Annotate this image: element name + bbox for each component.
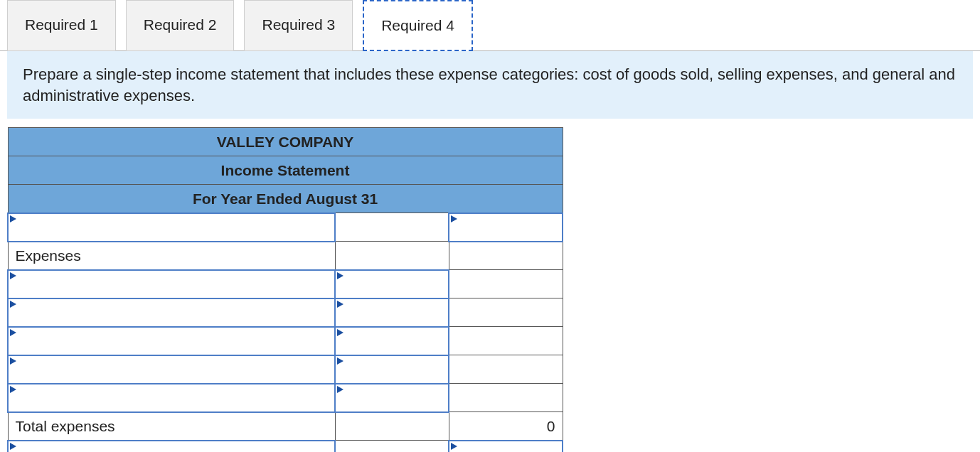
instruction-banner: Prepare a single-step income statement t… — [7, 51, 973, 119]
netincome-amount[interactable] — [449, 441, 563, 452]
tab-required-1[interactable]: Required 1 — [7, 0, 116, 51]
expense1-account-select[interactable] — [8, 270, 335, 298]
expense2-amount[interactable] — [335, 298, 449, 327]
expense1-amount[interactable] — [335, 270, 449, 298]
expense5-amount[interactable] — [335, 384, 449, 412]
total-expenses-b — [335, 412, 449, 441]
expense4-account-select[interactable] — [8, 355, 335, 384]
row1-amount-b — [335, 213, 449, 242]
expenses-b — [335, 242, 449, 270]
tab-required-3[interactable]: Required 3 — [244, 0, 353, 51]
tab-required-2[interactable]: Required 2 — [126, 0, 235, 51]
row1-amount-c[interactable] — [449, 213, 563, 242]
netincome-b — [335, 441, 449, 452]
header-period: For Year Ended August 31 — [8, 185, 563, 213]
expense4-c — [449, 355, 563, 384]
expense3-c — [449, 327, 563, 355]
expenses-label: Expenses — [8, 242, 335, 270]
total-expenses-label: Total expenses — [8, 412, 335, 441]
expense3-amount[interactable] — [335, 327, 449, 355]
header-title: Income Statement — [8, 156, 563, 185]
expense2-account-select[interactable] — [8, 298, 335, 327]
total-expenses-value: 0 — [449, 412, 563, 441]
income-statement-table: VALLEY COMPANY Income Statement For Year… — [7, 127, 563, 452]
tab-bar: Required 1 Required 2 Required 3 Require… — [0, 0, 980, 51]
row1-account-select[interactable] — [8, 213, 335, 242]
expense1-c — [449, 270, 563, 298]
expense2-c — [449, 298, 563, 327]
expense5-account-select[interactable] — [8, 384, 335, 412]
expense3-account-select[interactable] — [8, 327, 335, 355]
expense4-amount[interactable] — [335, 355, 449, 384]
tab-required-4[interactable]: Required 4 — [363, 0, 473, 51]
expense5-c — [449, 384, 563, 412]
netincome-account-select[interactable] — [8, 441, 335, 452]
header-company: VALLEY COMPANY — [8, 128, 563, 156]
expenses-c — [449, 242, 563, 270]
